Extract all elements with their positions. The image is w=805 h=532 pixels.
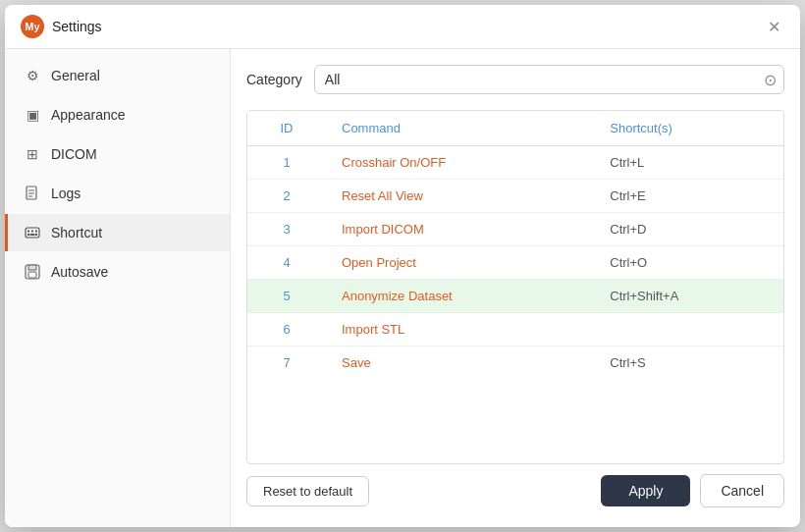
table-body: 1Crosshair On/OFFCtrl+L2Reset All ViewCt… <box>247 146 783 380</box>
cell-id: 3 <box>247 213 326 246</box>
svg-rect-5 <box>27 231 29 233</box>
cell-shortcut <box>594 313 783 346</box>
sidebar-item-appearance[interactable]: ▣ Appearance <box>5 96 230 133</box>
cell-shortcut: Ctrl+O <box>594 246 783 280</box>
sidebar-item-autosave[interactable]: Autosave <box>5 253 230 291</box>
title-bar-left: My Settings <box>21 15 102 38</box>
cell-command: Import STL <box>326 313 594 346</box>
cell-shortcut: Ctrl+S <box>594 346 783 380</box>
svg-rect-4 <box>26 228 39 238</box>
cell-command: Import DICOM <box>326 213 594 246</box>
main-content: Category All File Edit View Tools ⊙ <box>231 49 800 527</box>
appearance-icon: ▣ <box>24 106 41 124</box>
cell-id: 6 <box>247 313 326 346</box>
table-row[interactable]: 2Reset All ViewCtrl+E <box>247 180 783 213</box>
dialog-body: ⚙ General ▣ Appearance ⊞ DICOM <box>5 49 800 527</box>
sidebar-item-general[interactable]: ⚙ General <box>5 57 230 94</box>
sidebar-item-label: Shortcut <box>51 225 102 240</box>
cell-shortcut: Ctrl+E <box>594 180 783 213</box>
grid-icon: ⊞ <box>24 145 41 163</box>
table-row[interactable]: 6Import STL <box>247 313 783 346</box>
reset-to-default-button[interactable]: Reset to default <box>246 476 369 506</box>
col-command: Command <box>326 111 594 146</box>
svg-rect-8 <box>27 234 29 236</box>
cell-shortcut: Ctrl+D <box>594 213 783 246</box>
svg-rect-10 <box>35 234 37 236</box>
cell-command: Save <box>326 346 594 380</box>
close-button[interactable]: ✕ <box>763 16 784 37</box>
shortcuts-table-container: ID Command Shortcut(s) 1Crosshair On/OFF… <box>246 110 784 464</box>
cell-id: 4 <box>247 246 326 280</box>
category-select[interactable]: All File Edit View Tools <box>314 65 784 94</box>
sidebar: ⚙ General ▣ Appearance ⊞ DICOM <box>5 49 231 527</box>
sidebar-item-label: DICOM <box>51 146 97 162</box>
table-row[interactable]: 3Import DICOMCtrl+D <box>247 213 783 246</box>
apply-button[interactable]: Apply <box>601 475 690 506</box>
sidebar-item-shortcut[interactable]: Shortcut <box>5 214 230 251</box>
sidebar-item-label: General <box>51 68 100 83</box>
shortcuts-table: ID Command Shortcut(s) 1Crosshair On/OFF… <box>247 111 783 379</box>
table-row[interactable]: 1Crosshair On/OFFCtrl+L <box>247 146 783 180</box>
document-icon <box>24 185 41 202</box>
sidebar-item-label: Autosave <box>51 264 108 280</box>
svg-rect-13 <box>28 272 36 278</box>
cell-id: 7 <box>247 346 326 380</box>
cell-id: 2 <box>247 180 326 213</box>
svg-rect-12 <box>28 265 36 270</box>
category-label: Category <box>246 72 302 87</box>
sidebar-item-label: Logs <box>51 186 80 201</box>
sidebar-item-label: Appearance <box>51 107 126 123</box>
settings-dialog: My Settings ✕ ⚙ General ▣ Appearance ⊞ D… <box>5 5 800 527</box>
cell-command: Open Project <box>326 246 594 280</box>
table-row[interactable]: 7SaveCtrl+S <box>247 346 783 380</box>
cell-shortcut: Ctrl+L <box>594 146 783 180</box>
svg-rect-7 <box>35 231 37 233</box>
cell-id: 1 <box>247 146 326 180</box>
svg-rect-6 <box>31 231 33 233</box>
sidebar-item-dicom[interactable]: ⊞ DICOM <box>5 135 230 173</box>
cell-shortcut: Ctrl+Shift+A <box>594 280 783 313</box>
category-select-wrapper: All File Edit View Tools ⊙ <box>314 65 784 94</box>
bottom-bar: Reset to default Apply Cancel <box>246 464 784 511</box>
table-row[interactable]: 5Anonymize DatasetCtrl+Shift+A <box>247 280 783 313</box>
svg-rect-9 <box>30 234 35 236</box>
keyboard-icon <box>24 224 41 241</box>
category-row: Category All File Edit View Tools ⊙ <box>246 65 784 94</box>
gear-icon: ⚙ <box>24 67 41 84</box>
sidebar-item-logs[interactable]: Logs <box>5 175 230 212</box>
cell-id: 5 <box>247 280 326 313</box>
app-icon: My <box>21 15 44 38</box>
cell-command: Reset All View <box>326 180 594 213</box>
dialog-title: Settings <box>52 19 102 34</box>
cell-command: Crosshair On/OFF <box>326 146 594 180</box>
table-row[interactable]: 4Open ProjectCtrl+O <box>247 246 783 280</box>
save-icon <box>24 263 41 281</box>
col-shortcut: Shortcut(s) <box>594 111 783 146</box>
col-id: ID <box>247 111 326 146</box>
cell-command: Anonymize Dataset <box>326 280 594 313</box>
table-header: ID Command Shortcut(s) <box>247 111 783 146</box>
cancel-button[interactable]: Cancel <box>700 474 784 507</box>
title-bar: My Settings ✕ <box>5 5 800 49</box>
